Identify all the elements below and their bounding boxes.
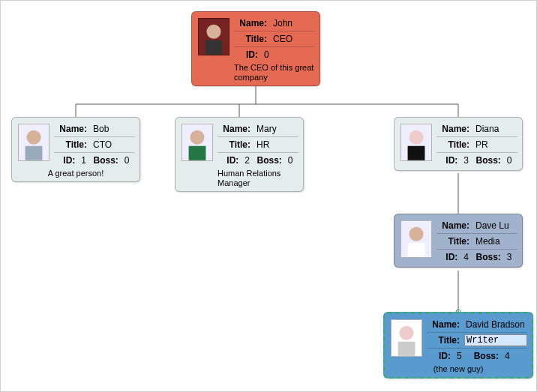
name-value: Dave Lu: [472, 220, 518, 231]
boss-value: 3: [504, 252, 518, 262]
boss-label: Boss:: [474, 155, 503, 166]
desc-text: The CEO of this great company: [234, 63, 315, 82]
title-edit-input[interactable]: [464, 334, 527, 346]
name-label: Name:: [436, 124, 472, 134]
svg-point-21: [409, 227, 423, 241]
boss-label: Boss:: [469, 351, 502, 361]
avatar: [18, 124, 50, 161]
boss-value: 0: [504, 155, 518, 166]
id-value: 5: [454, 351, 469, 361]
boss-label: Boss:: [92, 155, 121, 166]
svg-rect-13: [26, 146, 43, 160]
avatar: [182, 124, 213, 161]
title-label: Title:: [54, 139, 90, 150]
node-pr[interactable]: Name:Diana Title:PR ID: 3 Boss: 0: [394, 117, 523, 171]
name-label: Name:: [54, 124, 90, 134]
name-label: Name:: [436, 220, 472, 231]
title-label: Title:: [234, 34, 270, 44]
title-value: Media: [472, 236, 518, 247]
name-value: Diana: [472, 124, 518, 134]
id-label: ID:: [234, 49, 261, 60]
svg-rect-16: [189, 146, 206, 160]
desc-text: (the new guy): [389, 364, 527, 374]
id-value: 1: [78, 155, 92, 166]
title-value: HR: [254, 139, 298, 150]
avatar: [400, 124, 432, 161]
node-hr[interactable]: Name:Mary Title:HR ID: 2 Boss: 0 Human R…: [175, 117, 304, 192]
name-value: John: [270, 18, 315, 28]
boss-value: 0: [285, 155, 298, 166]
node-writer[interactable]: Name:David Bradson Title: ID: 5 Boss: 4 …: [383, 312, 533, 379]
id-value: 2: [242, 155, 255, 166]
name-value: Bob: [90, 124, 135, 134]
id-value: 4: [460, 252, 474, 262]
avatar: [400, 220, 432, 258]
title-label: Title:: [427, 335, 463, 346]
desc-text: Human Relations Manager: [218, 169, 298, 188]
name-value: David Bradson: [463, 319, 527, 330]
title-value: CTO: [90, 139, 135, 150]
svg-rect-22: [408, 243, 425, 257]
id-label: ID:: [436, 155, 460, 166]
id-value: 3: [460, 155, 474, 166]
org-chart-canvas[interactable]: Name:John Title:CEO ID:0 The CEO of this…: [0, 0, 537, 392]
svg-point-15: [190, 130, 204, 145]
id-label: ID:: [54, 155, 78, 166]
title-value: PR: [472, 139, 518, 150]
name-label: Name:: [218, 124, 254, 134]
node-cto[interactable]: Name:Bob Title:CTO ID: 1 Boss: 0 A great…: [11, 117, 140, 182]
svg-rect-19: [408, 146, 425, 160]
title-label: Title:: [436, 139, 472, 150]
name-label: Name:: [234, 18, 270, 28]
boss-value: 0: [122, 155, 135, 166]
id-label: ID:: [427, 351, 454, 361]
svg-rect-25: [398, 342, 416, 356]
avatar: [391, 319, 422, 357]
name-label: Name:: [427, 319, 463, 330]
svg-point-18: [409, 130, 423, 145]
svg-point-9: [206, 25, 220, 39]
name-value: Mary: [254, 124, 298, 134]
boss-value: 4: [502, 351, 517, 361]
svg-point-24: [399, 326, 413, 340]
avatar: [198, 18, 230, 55]
node-ceo[interactable]: Name:John Title:CEO ID:0 The CEO of this…: [191, 11, 320, 86]
boss-label: Boss:: [255, 155, 284, 166]
id-label: ID:: [436, 252, 460, 262]
id-value: 0: [261, 49, 315, 60]
desc-text: A great person!: [16, 169, 135, 178]
node-media[interactable]: Name:Dave Lu Title:Media ID: 4 Boss: 3: [394, 214, 523, 268]
title-label: Title:: [436, 236, 472, 247]
title-value: CEO: [270, 34, 315, 44]
title-label: Title:: [218, 139, 254, 150]
id-label: ID:: [218, 155, 242, 166]
svg-rect-10: [206, 40, 223, 55]
svg-point-12: [26, 130, 40, 145]
boss-label: Boss:: [474, 252, 503, 262]
